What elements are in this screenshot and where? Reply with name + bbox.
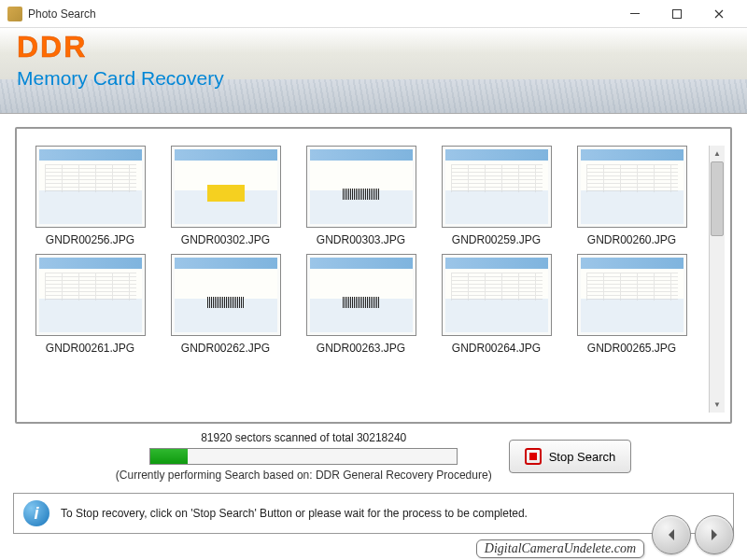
minimize-button[interactable] bbox=[613, 1, 655, 27]
thumbnail-image[interactable] bbox=[577, 146, 687, 228]
thumbnail-label: GNDR00303.JPG bbox=[317, 233, 405, 246]
thumbnail-image[interactable] bbox=[35, 254, 146, 336]
progress-note: (Currently performing Search based on: D… bbox=[116, 469, 492, 482]
thumbnail-image[interactable] bbox=[171, 254, 281, 336]
thumbnail-item[interactable]: GNDR00260.JPG bbox=[573, 146, 690, 246]
stop-icon bbox=[525, 448, 542, 465]
scroll-down-icon[interactable]: ▼ bbox=[710, 397, 725, 413]
thumbnail-item[interactable]: GNDR00303.JPG bbox=[303, 146, 419, 246]
svg-rect-1 bbox=[672, 9, 681, 18]
scroll-up-icon[interactable]: ▲ bbox=[710, 146, 725, 161]
thumbnail-label: GNDR00265.JPG bbox=[587, 342, 676, 355]
main-panel: GNDR00256.JPGGNDR00302.JPGGNDR00303.JPGG… bbox=[0, 114, 747, 487]
progress-area: 81920 sectors scanned of total 30218240 … bbox=[15, 431, 732, 482]
thumbnail-label: GNDR00261.JPG bbox=[46, 342, 134, 355]
close-button[interactable] bbox=[698, 1, 740, 27]
banner-subtitle: Memory Card Recovery bbox=[17, 67, 730, 90]
footer-text: To Stop recovery, click on 'Stop Search'… bbox=[61, 507, 528, 520]
progress-status: 81920 sectors scanned of total 30218240 bbox=[201, 431, 406, 444]
logo: DDR bbox=[17, 32, 730, 62]
thumbnail-label: GNDR00264.JPG bbox=[452, 342, 541, 355]
thumbnail-item[interactable]: GNDR00262.JPG bbox=[167, 254, 284, 355]
maximize-button[interactable] bbox=[655, 1, 698, 27]
thumbnail-label: GNDR00260.JPG bbox=[587, 233, 676, 246]
thumbnail-item[interactable]: GNDR00265.JPG bbox=[573, 254, 690, 355]
thumbnail-label: GNDR00263.JPG bbox=[317, 342, 405, 355]
thumbnail-item[interactable]: GNDR00256.JPG bbox=[32, 146, 148, 246]
thumbnail-image[interactable] bbox=[306, 146, 416, 228]
thumbnail-item[interactable]: GNDR00261.JPG bbox=[32, 254, 148, 355]
app-icon bbox=[7, 7, 22, 21]
thumbnail-image[interactable] bbox=[171, 146, 281, 228]
thumbnail-image[interactable] bbox=[442, 146, 552, 228]
thumbnail-image[interactable] bbox=[35, 146, 146, 228]
thumbnail-label: GNDR00262.JPG bbox=[181, 342, 270, 355]
window-title: Photo Search bbox=[28, 7, 613, 21]
svg-rect-0 bbox=[630, 13, 640, 14]
thumbnail-label: GNDR00302.JPG bbox=[181, 233, 270, 246]
thumbnail-item[interactable]: GNDR00259.JPG bbox=[438, 146, 555, 246]
next-button[interactable] bbox=[695, 515, 734, 554]
prev-button[interactable] bbox=[652, 515, 691, 554]
banner: DDR Memory Card Recovery bbox=[0, 28, 747, 114]
thumbnail-image[interactable] bbox=[577, 254, 687, 336]
footer-hint: i To Stop recovery, click on 'Stop Searc… bbox=[13, 493, 734, 534]
thumbnail-grid: GNDR00256.JPGGNDR00302.JPGGNDR00303.JPGG… bbox=[15, 127, 732, 424]
thumbnail-item[interactable]: GNDR00264.JPG bbox=[438, 254, 555, 355]
watermark: DigitalCameraUndelete.com bbox=[476, 539, 644, 558]
stop-search-button[interactable]: Stop Search bbox=[509, 440, 632, 473]
progress-bar bbox=[149, 448, 458, 465]
info-icon: i bbox=[23, 500, 49, 526]
thumbnail-label: GNDR00259.JPG bbox=[452, 233, 541, 246]
scrollbar-vertical[interactable]: ▲ ▼ bbox=[709, 146, 725, 413]
thumbnail-label: GNDR00256.JPG bbox=[46, 233, 134, 246]
progress-fill bbox=[150, 449, 187, 464]
thumbnail-item[interactable]: GNDR00263.JPG bbox=[303, 254, 419, 355]
thumbnail-image[interactable] bbox=[306, 254, 416, 336]
thumbnail-item[interactable]: GNDR00302.JPG bbox=[167, 146, 284, 246]
titlebar: Photo Search bbox=[0, 0, 747, 28]
thumbnail-image[interactable] bbox=[442, 254, 552, 336]
scrollbar-thumb[interactable] bbox=[711, 161, 724, 236]
stop-button-label: Stop Search bbox=[549, 450, 616, 464]
